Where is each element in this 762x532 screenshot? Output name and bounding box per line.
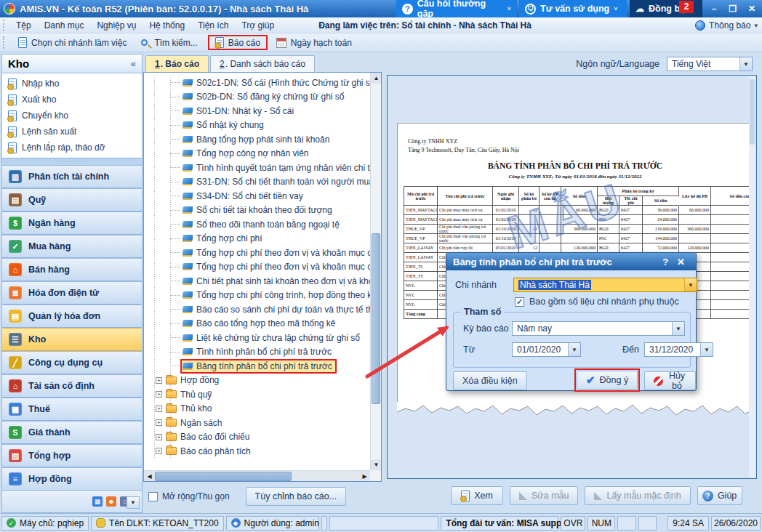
shortcut-dropdown-button[interactable]: ▼ — [127, 496, 140, 509]
report-folder-item[interactable]: + Thủ quỹ — [148, 387, 370, 402]
sidebar-shortcut-item[interactable]: Lệnh lắp ráp, tháo dỡ — [2, 140, 142, 156]
sidebar-module-item[interactable]: ▤ Tổng hợp — [2, 444, 142, 467]
sidebar-module-item[interactable]: ▤ Quỹ — [2, 188, 142, 211]
report-tree-item[interactable]: Chi tiết phát sinh tài khoản theo đơn vị… — [148, 274, 370, 289]
dialog-title-bar[interactable]: Bảng tính phân bổ chi phí trả trước ? ✕ — [446, 253, 696, 270]
sidebar-shortcut-item[interactable]: Chuyển kho — [2, 108, 142, 124]
help-button[interactable]: ? Giúp — [697, 486, 742, 505]
report-tree-item[interactable]: Sổ nhật ký chung — [148, 118, 370, 133]
scroll-left-icon[interactable]: ◀ — [144, 471, 155, 482]
expand-plus-icon[interactable]: + — [156, 391, 162, 398]
expand-collapse-option[interactable]: Mở rộng/Thu gọn — [148, 491, 230, 501]
from-date-input[interactable]: 01/01/2020 ▼ — [512, 342, 581, 357]
report-tab[interactable]: 1. Báo cáo — [145, 55, 209, 72]
support-button[interactable]: 🗨 Tư vấn sử dụng ˅ — [519, 0, 627, 17]
sidebar-module-item[interactable]: ▤ Quản lý hóa đơn — [2, 305, 142, 328]
sidebar-module-item[interactable]: ✓ Mua hàng — [2, 235, 142, 258]
report-tree-item[interactable]: Báo cáo so sánh chi phí dự toán và thực … — [148, 302, 370, 317]
sidebar-shortcut-item[interactable]: Nhập kho — [2, 76, 142, 92]
report-tree-item[interactable]: Tổng hợp công nợ nhân viên — [148, 147, 370, 161]
menu-item[interactable]: Nghiệp vụ — [90, 17, 143, 33]
chart-shortcut-icon[interactable]: ▦ — [92, 496, 103, 507]
report-folder-item[interactable]: + Báo cáo phân tích — [148, 444, 370, 459]
report-tree-item[interactable]: Tổng hợp chi phí công trình, hợp đồng th… — [148, 289, 370, 303]
posting-date-button[interactable]: Ngày hạch toán — [270, 36, 358, 49]
report-tree-item[interactable]: S31-DN: Sổ chi tiết thanh toán với người… — [148, 175, 370, 190]
scroll-up-icon[interactable]: ▲ — [371, 73, 382, 84]
sidebar-module-item[interactable]: $ Ngân hàng — [2, 211, 142, 235]
menu-item[interactable]: Tiện ích — [191, 17, 235, 33]
notifications-button[interactable]: Thông báo ▾ — [695, 20, 758, 31]
minimize-button[interactable]: – — [707, 2, 721, 15]
expand-plus-icon[interactable]: + — [156, 406, 162, 412]
sidebar-module-item[interactable]: ▥ Phân tích tài chính — [2, 165, 142, 188]
expand-plus-icon[interactable]: + — [156, 448, 162, 454]
sidebar-shortcut-item[interactable]: Lệnh sản xuất — [2, 124, 142, 140]
report-tree-item[interactable]: S34-DN: Sổ chi tiết tiền vay — [148, 189, 370, 203]
sidebar-module-item[interactable]: ☰ Kho — [2, 328, 142, 351]
sidebar-module-item[interactable]: ⌂ Bán hàng — [2, 258, 142, 281]
report-tree-item[interactable]: Báo cáo tổng hợp theo mã thống kê — [148, 317, 370, 331]
sidebar-module-item[interactable]: S Giá thành — [2, 421, 142, 444]
report-tree-item[interactable]: Tổng hợp chi phí theo đơn vị và khoản mụ… — [148, 246, 370, 260]
menu-item[interactable]: Tệp — [9, 17, 38, 33]
clear-conditions-button[interactable]: Xóa điều kiện — [453, 371, 527, 390]
include-subsidiary-option[interactable]: ✓ Bao gồm số liệu chi nhánh phụ thuộc — [515, 297, 679, 307]
report-tree-item[interactable]: Bảng tổng hợp phát sinh tài khoản — [148, 132, 370, 147]
report-tree-item[interactable]: Tổng hợp chi phí theo đơn vị và khoản mụ… — [148, 260, 370, 275]
scroll-down-icon[interactable]: ▼ — [371, 459, 382, 470]
report-tree-item[interactable]: S02b-DN: Sổ đăng ký chứng từ ghi sổ — [148, 90, 370, 105]
expand-plus-icon[interactable]: + — [156, 419, 162, 426]
search-button[interactable]: Tìm kiếm... — [135, 36, 203, 49]
scroll-right-icon[interactable]: ▶ — [359, 471, 370, 482]
report-folder-item[interactable]: + Báo cáo đối chiếu — [148, 430, 370, 445]
sidebar-module-item[interactable]: ⌂ Tài sản cố định — [2, 374, 142, 398]
sidebar-splitter[interactable]: ········· — [2, 158, 142, 165]
customize-report-button[interactable]: Tùy chỉnh báo cáo... — [246, 487, 347, 506]
dialog-help-icon[interactable]: ? — [658, 257, 673, 267]
include-subsidiary-checkbox[interactable]: ✓ — [515, 297, 524, 307]
people-shortcut-icon[interactable]: ☻ — [106, 496, 116, 507]
tree-hscroll-thumb[interactable] — [155, 472, 292, 481]
tree-vertical-scrollbar[interactable]: ▲ ▼ — [370, 73, 381, 470]
report-folder-item[interactable]: + Hợp đồng — [148, 374, 370, 388]
faq-button[interactable]: ? Câu hỏi thường gặp ˅ — [396, 0, 517, 17]
sidebar-module-item[interactable]: ╱ Công cụ dụng cụ — [2, 351, 142, 374]
dialog-close-icon[interactable]: ✕ — [673, 257, 689, 267]
report-folder-item[interactable]: + Ngân sách — [148, 416, 370, 430]
default-template-button[interactable]: Lấy mẫu mặc định — [585, 486, 690, 505]
report-folder-item[interactable]: + Thủ kho — [148, 402, 370, 416]
maximize-button[interactable]: ❒ — [726, 2, 740, 15]
menu-item[interactable]: Hệ thống — [143, 17, 191, 33]
report-tree-item[interactable]: Tình hình quyết toán tạm ứng nhân viên c… — [148, 161, 370, 175]
report-tree-item[interactable]: Bảng tính phân bổ chi phí trả trước — [148, 359, 370, 374]
choose-branch-button[interactable]: Chọn chi nhánh làm việc — [12, 36, 132, 49]
ok-button[interactable]: ✔ Đồng ý — [577, 371, 638, 390]
reports-button[interactable]: Báo cáo — [208, 35, 268, 50]
expand-plus-icon[interactable]: + — [156, 377, 162, 384]
menu-item[interactable]: Trợ giúp — [235, 17, 281, 33]
report-tab[interactable]: 2. Danh sách báo cáo — [210, 55, 315, 72]
preview-scrollbar[interactable] — [749, 76, 755, 477]
report-tree-item[interactable]: S02c1-DN: Sổ cái (Hình thức Chứng từ ghi… — [148, 76, 370, 90]
report-tree-item[interactable]: Tình hình phân bổ chi phí trả trước — [148, 345, 370, 360]
sidebar-module-item[interactable]: ≡ Hợp đồng — [2, 467, 142, 491]
sidebar-module-item[interactable]: ≣ Hóa đơn điện tử — [2, 281, 142, 305]
language-select[interactable]: Tiếng Việt ▼ — [667, 57, 753, 71]
expand-collapse-checkbox[interactable] — [148, 492, 158, 501]
tree-vscroll-thumb[interactable] — [372, 233, 380, 404]
report-tree-item[interactable]: Liệt kê chứng từ chưa lập chứng từ ghi s… — [148, 331, 370, 345]
report-tree-item[interactable]: Sổ chi tiết tài khoản theo đối tượng — [148, 203, 370, 218]
cancel-button[interactable]: Hủy bỏ — [644, 371, 696, 390]
sidebar-shortcut-item[interactable]: Xuất kho — [2, 92, 142, 108]
close-button[interactable]: ✕ — [745, 2, 759, 15]
edit-template-button[interactable]: Sửa mẫu — [510, 486, 578, 505]
expand-plus-icon[interactable]: + — [156, 434, 162, 440]
menu-item[interactable]: Danh mục — [38, 17, 91, 33]
report-tree-item[interactable]: Tổng hợp chi phí — [148, 232, 370, 246]
branch-select[interactable]: Nhà sách Thái Hà ▼ — [513, 278, 697, 292]
collapse-sidebar-icon[interactable]: « — [131, 58, 136, 69]
tree-horizontal-scrollbar[interactable]: ◀ ▶ — [144, 470, 370, 481]
sidebar-module-item[interactable]: ▦ Thuế — [2, 398, 142, 421]
report-tree-item[interactable]: S01-DN: Nhật ký - Sổ cái — [148, 104, 370, 118]
